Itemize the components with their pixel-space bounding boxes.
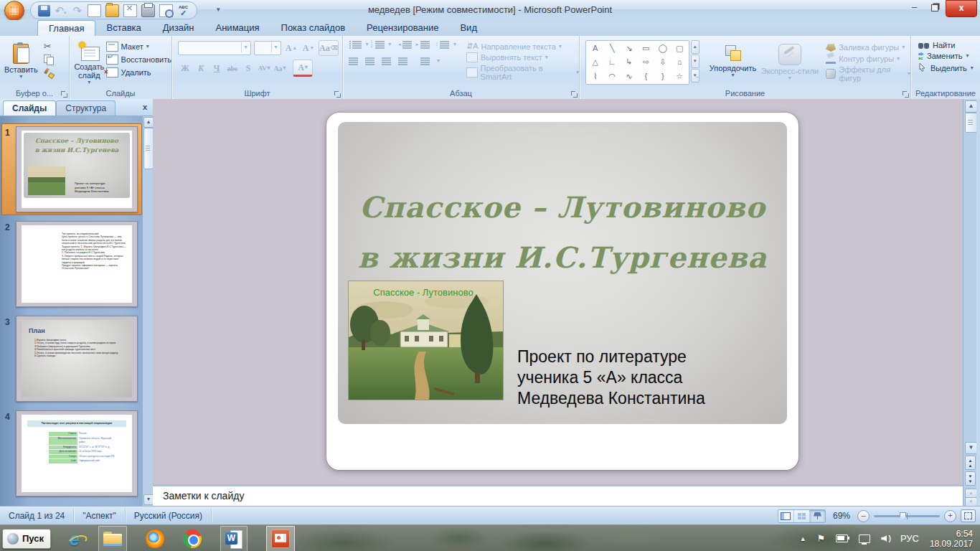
bold-button[interactable]: Ж <box>178 61 192 75</box>
scroll-down-icon[interactable]: ▼ <box>143 494 154 505</box>
dialog-launcher-icon[interactable] <box>570 90 578 98</box>
paste-button[interactable]: Вставить ▾ <box>4 39 38 80</box>
underline-button[interactable]: Ч <box>209 61 224 75</box>
text-shadow-button[interactable]: S <box>241 61 255 75</box>
right-brace-icon[interactable]: } <box>661 70 664 83</box>
clear-formatting-button[interactable]: Aa⌫ <box>319 40 339 56</box>
shape-fill-button[interactable]: Заливка фигуры▾ <box>826 43 910 52</box>
email-icon[interactable] <box>123 4 137 17</box>
battery-icon[interactable] <box>836 534 848 542</box>
notes-pane[interactable]: Заметки к слайду <box>153 484 963 508</box>
slide-sorter-button[interactable] <box>794 510 810 522</box>
replace-button[interactable]: abacЗаменить▾ <box>918 52 980 60</box>
zoom-slider-thumb[interactable] <box>900 512 906 520</box>
main-scrollbar[interactable]: ▲ ▼ ▲▲ ▼▼ ▲ ▼ <box>963 99 977 506</box>
slide-thumbnail-3[interactable]: 3 План 1.Изучить биографию поэта 2.Узнат… <box>1 316 143 400</box>
zoom-level[interactable]: 69% <box>833 511 850 521</box>
tab-review[interactable]: Рецензирование <box>356 20 449 36</box>
align-center-icon[interactable] <box>365 57 374 65</box>
normal-view-button[interactable] <box>778 510 794 522</box>
quick-print-icon[interactable] <box>141 4 155 17</box>
right-arrow-icon[interactable]: ⇨ <box>643 56 649 68</box>
start-button[interactable]: Пуск <box>2 529 51 549</box>
volume-icon[interactable]: ) ) <box>881 534 890 542</box>
change-case-button[interactable]: Аа▾ <box>273 61 287 75</box>
taskbar-chrome[interactable] <box>183 528 202 550</box>
tab-slideshow[interactable]: Показ слайдов <box>270 20 357 36</box>
previous-slide-icon[interactable]: ▲▲ <box>965 456 976 470</box>
curve-icon[interactable]: ∿ <box>626 70 632 83</box>
save-icon[interactable] <box>38 5 50 17</box>
elbow-connector-icon[interactable]: ∟ <box>608 56 616 68</box>
slide[interactable]: Спасское – Лутовиново в жизни И.С.Турген… <box>326 113 798 470</box>
taskbar-word[interactable] <box>220 526 248 551</box>
dialog-launcher-icon[interactable] <box>902 90 909 98</box>
decrease-indent-icon[interactable] <box>402 40 410 48</box>
oval-icon[interactable]: ◯ <box>659 42 667 55</box>
convert-smartart-button[interactable]: Преобразовать в SmartArt▾ <box>466 64 579 81</box>
new-slide-button[interactable]: ✹ Создать слайд ▾ <box>72 39 106 85</box>
slide-image[interactable]: Спасское - Лутовиново <box>349 281 503 400</box>
rounded-rectangle-icon[interactable]: ▢ <box>676 42 683 55</box>
align-left-icon[interactable] <box>349 57 358 65</box>
reset-button[interactable]: Восстановить <box>106 55 171 65</box>
arrange-button[interactable]: Упорядочить ▾ <box>707 40 760 78</box>
scrollbar-thumb[interactable] <box>143 128 154 169</box>
shrink-font-button[interactable]: A▼ <box>301 41 316 55</box>
taskbar-firefox[interactable] <box>146 528 164 550</box>
scroll-up-icon[interactable]: ▲ <box>143 117 154 128</box>
align-text-button[interactable]: Выровнять текст▾ <box>466 52 579 62</box>
slide-title-line2[interactable]: в жизни И.С.Тургенева <box>326 240 798 274</box>
justify-icon[interactable] <box>398 57 407 65</box>
dialog-launcher-icon[interactable] <box>334 90 341 98</box>
tab-design[interactable]: Дизайн <box>152 20 205 36</box>
slide-subtitle[interactable]: Проект по литературе ученика 5 «А» класс… <box>517 347 740 409</box>
columns-icon[interactable] <box>420 57 430 65</box>
layout-button[interactable]: Макет▾ <box>106 42 171 52</box>
panel-scrollbar[interactable]: ▲ ▼ <box>142 116 153 506</box>
grow-font-button[interactable]: A▲ <box>284 41 298 55</box>
scribble-icon[interactable]: ⌇ <box>593 70 597 83</box>
restore-button[interactable] <box>925 0 946 16</box>
arrow-icon[interactable]: ↘ <box>626 42 632 55</box>
format-painter-icon[interactable] <box>44 67 54 77</box>
star-icon[interactable]: ☆ <box>676 70 683 83</box>
align-right-icon[interactable] <box>382 57 391 65</box>
font-name-select[interactable] <box>178 41 251 55</box>
tab-slides[interactable]: Слайды <box>3 100 56 116</box>
freeform-icon[interactable]: ⌂ <box>677 56 682 68</box>
text-direction-button[interactable]: ⇵AНаправление текста▾ <box>466 42 579 51</box>
tab-insert[interactable]: Вставка <box>95 20 151 36</box>
dialog-launcher-icon[interactable] <box>60 90 67 98</box>
scroll-up-icon[interactable]: ▲ <box>965 100 977 113</box>
tab-view[interactable]: Вид <box>449 20 488 36</box>
down-arrow-icon[interactable]: ⇩ <box>659 56 666 68</box>
arc-icon[interactable]: ◠ <box>608 70 616 83</box>
slide-editor-canvas[interactable]: Спасское – Лутовиново в жизни И.С.Турген… <box>153 99 963 484</box>
find-button[interactable]: Найти <box>918 41 980 50</box>
triangle-icon[interactable]: △ <box>593 56 598 68</box>
numbering-icon[interactable] <box>375 40 382 48</box>
keyboard-language[interactable]: РУС <box>900 533 919 544</box>
text-box-icon[interactable]: A <box>593 42 598 55</box>
print-preview-icon[interactable] <box>159 4 173 17</box>
minimize-button[interactable]: – <box>904 0 925 16</box>
hidden-icons-icon[interactable]: ▲ <box>800 535 806 542</box>
scroll-down-icon[interactable]: ▼ <box>691 55 699 68</box>
left-brace-icon[interactable]: { <box>644 70 647 83</box>
shape-effects-button[interactable]: Эффекты для фигур▾ <box>826 65 910 83</box>
shapes-gallery[interactable]: A╲↘▭◯▢△∟↳⇨⇩⌂⌇◠∿{}☆ <box>585 40 689 85</box>
select-button[interactable]: Выделить▾ <box>918 62 980 73</box>
font-size-select[interactable] <box>254 41 281 55</box>
undo-icon[interactable]: ↶▾ <box>55 5 67 17</box>
scroll-down-icon[interactable]: ▼ <box>965 442 977 454</box>
slide-thumbnail-2[interactable]: 2 Тип проекта: исследовательский Цель пр… <box>1 221 143 306</box>
new-document-icon[interactable] <box>88 4 101 17</box>
notes-placeholder[interactable]: Заметки к слайду <box>153 486 963 501</box>
slide-thumbnail-4[interactable]: 4 Так выглядит этот рисунок в настоящей … <box>1 410 143 495</box>
rectangle-icon[interactable]: ▭ <box>642 42 649 55</box>
delete-slide-button[interactable]: Удалить <box>106 67 171 77</box>
elbow-arrow-icon[interactable]: ↳ <box>626 56 632 68</box>
slide-counter[interactable]: Слайд 1 из 24 <box>0 509 74 522</box>
customize-qat-icon[interactable]: ▾ <box>217 6 220 13</box>
